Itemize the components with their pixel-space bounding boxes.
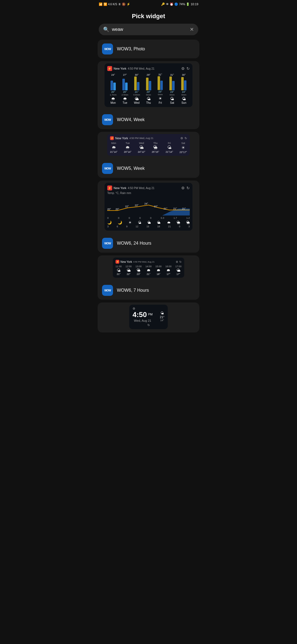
wow6-7-thunder-icon: ⚡ [116, 260, 119, 264]
page-title: Pick widget [95, 8, 202, 24]
wow6-7-header: ⚡ New York 4:50 PM Wed, Aug 21 ⚙ ↻ [116, 260, 182, 264]
svg-text:21°: 21° [164, 207, 167, 210]
search-bar[interactable]: 🔍 ✕ [99, 24, 198, 35]
search-input[interactable] [112, 27, 187, 32]
widget-wow6-7hours[interactable]: ⚡ New York 4:50 PM Wed, Aug 21 ⚙ ↻ 11:00… [98, 255, 199, 300]
wow4-header-icons[interactable]: ⚙ ↻ [180, 137, 187, 140]
wow6-24-hour-label: 6 [117, 225, 118, 228]
wow6-24-hour-label: 21 [168, 225, 171, 228]
wow4-header-left: ⚡ New York 4:50 PM Wed, Aug 21 [110, 136, 153, 140]
clock-display: 10:19 [191, 2, 198, 6]
widget-wow6-clock[interactable]: ⚙ 4:50 PM Wed, Aug 21 🌤 21° 14° ↻ [98, 302, 199, 332]
wow6-24-subtitle: Temp. °C, Rain mm [107, 192, 190, 195]
wow6-7-widget-preview: ⚡ New York 4:50 PM Wed, Aug 21 ⚙ ↻ 11:00… [113, 258, 184, 278]
wow4-settings-button[interactable]: ⚙ [180, 137, 183, 140]
widget-wow3-photo[interactable]: WOW WOW3, Photo [98, 40, 199, 58]
wow6-7-location: New York [120, 260, 132, 263]
wow6-7-hour-item: 13:00 🌦 23° [135, 265, 142, 275]
wow6-clock-left: 4:50 PM Wed, Aug 21 [133, 310, 153, 322]
wow3-refresh-button[interactable]: ↻ [186, 66, 190, 71]
wow6-24-weather-icon: 🌙 [107, 220, 112, 225]
wow3-preview-header: ⚡ New York 4:50 PM Wed, Aug 21 ⚙ ↻ [107, 66, 190, 71]
wow6-7-hour-item: 15:00 🌧 18° [155, 265, 162, 275]
wow6-24-weather-icon: 🌤 [138, 220, 141, 225]
wow4-location: New York [115, 137, 128, 140]
wow6-24-hour-label: 0 [179, 225, 180, 228]
wow6-24-rain-value: 1.2 [186, 217, 190, 219]
wow6-7-settings-button[interactable]: ⚙ [176, 260, 178, 263]
wow6-24-hour-label: 15 [146, 225, 149, 228]
wow6-24-rain-value: 0.3 [161, 217, 164, 219]
svg-text:20°: 20° [107, 208, 111, 211]
wow3-day-wed: 30° 21° 0.9mm 🌥 Wed [131, 73, 143, 104]
wow6-clock-main-row: 4:50 PM Wed, Aug 21 🌤 21° 14° [133, 310, 164, 322]
wow6-7-refresh-button[interactable]: ↻ [179, 260, 182, 263]
widget-wow5-week[interactable]: ⚡ New York 4:50 PM Wed, Aug 21 ⚙ ↻ Mon 🌧… [98, 132, 199, 178]
clear-search-button[interactable]: ✕ [190, 26, 194, 32]
wow5-preview-container: ⚡ New York 4:50 PM Wed, Aug 21 ⚙ ↻ Mon 🌧… [98, 132, 199, 159]
wow4-time: 4:50 PM Wed, Aug 21 [129, 137, 153, 140]
wow6-24-hour-label: 3 [188, 225, 190, 228]
wow6-clock-right: 🌤 21° 14° [160, 311, 164, 322]
wow4-day-fri: Fri 🌤 21°14° [166, 142, 173, 154]
wow4-refresh-button[interactable]: ↻ [185, 137, 187, 140]
wow6-24-widget-name: WOW6, 24 Hours [117, 241, 151, 246]
wow6-24-location: New York [114, 186, 126, 190]
wow4-day-sat: Sat ☀ 23°17° [180, 142, 187, 154]
wow6-24-weather-icon: 🌥 [147, 220, 151, 225]
bolt-icon: ⚡ [127, 2, 130, 6]
wow6-24-hour-label: 9 [126, 225, 128, 228]
wow6-24-rain-value: 0 [150, 217, 152, 219]
wow6-24-icons-row: 🌙🌙☀🌤🌥🌥🌧🌦🌦 [107, 220, 190, 225]
wow3-day-thu: 29° 23° 0mm 🌤 Thu [143, 73, 155, 104]
wow6-24-weather-icon: 🌧 [167, 220, 170, 225]
wow6-24-weather-icon: ☀ [128, 220, 132, 225]
wow6-24-weather-icon: 🌙 [118, 220, 122, 225]
eye-icon: 👁 [166, 2, 169, 6]
status-text: 4.6 K/S [108, 3, 117, 6]
wow6-7-widget-name: WOW6, 7 Hours [117, 288, 149, 293]
wow6-7-header-icons[interactable]: ⚙ ↻ [176, 260, 182, 263]
wow6-clock-refresh-icon[interactable]: ↻ [133, 323, 164, 327]
wow6-clock-time-display: 4:50 PM [133, 310, 153, 319]
wow6-24-chart-svg: 20° 20° 22° 23° 24° 22° 21° 21° 21° [107, 196, 190, 215]
wow6-clock-time: 4:50 [133, 310, 147, 319]
widget-wow4-week[interactable]: ⚡ New York 4:50 PM Wed, Aug 21 ⚙ ↻ 24° 2… [98, 61, 199, 129]
wow6-24-rain-row: 000000.31.71.2 [107, 217, 190, 219]
wow3-day-fri: 31° 23° 0mm ☀ Fri [154, 73, 166, 104]
wow6-24-hour-label: 18 [157, 225, 160, 228]
wow6-24-rain-value: 1.7 [174, 217, 177, 219]
svg-text:21°: 21° [182, 207, 186, 210]
wow3-app-icon: WOW [102, 43, 113, 54]
search-icon: 🔍 [103, 26, 109, 32]
wow4-app-icon: WOW [102, 114, 113, 125]
wow6-24-header: ⚡ New York 4:50 PM Wed, Aug 21 ⚙ ↻ [107, 185, 190, 190]
key-icon: 🔑 [161, 2, 165, 6]
wow3-header-left: ⚡ New York 4:50 PM Wed, Aug 21 [107, 66, 155, 71]
wow3-settings-button[interactable]: ⚙ [181, 66, 185, 71]
svg-text:23°: 23° [135, 204, 139, 207]
wow6-7-preview-container: ⚡ New York 4:50 PM Wed, Aug 21 ⚙ ↻ 11:00… [98, 255, 199, 281]
widget-wow6-24hours[interactable]: ⚡ New York 4:50 PM Wed, Aug 21 ⚙ ↻ Temp.… [98, 181, 199, 253]
wow4-widget-name: WOW4, Week [117, 117, 145, 122]
wow6-7-hour-item: 12:00 🌥 22° [125, 265, 132, 275]
wow6-24-header-icons[interactable]: ⚙ ↻ [181, 186, 190, 190]
wow6-24-preview-container: ⚡ New York 4:50 PM Wed, Aug 21 ⚙ ↻ Temp.… [98, 181, 199, 234]
battery-text: 74% [179, 2, 185, 6]
signal-icon: 📶 [99, 2, 103, 6]
wow6-24-weather-icon: 🌦 [186, 220, 190, 225]
wow5-week-preview: ⚡ New York 4:50 PM Wed, Aug 21 ⚙ ↻ Mon 🌧… [107, 134, 190, 156]
wow6-24-hour-label: 3 [107, 225, 109, 228]
wow3-header-icons[interactable]: ⚙ ↻ [181, 66, 190, 71]
wow6-24-rain-value: 0 [139, 217, 141, 219]
wow6-24-settings-button[interactable]: ⚙ [181, 186, 185, 190]
mute-icon: 🔕 [122, 2, 126, 6]
pause-icon: ⏸ [118, 2, 121, 6]
svg-text:21°: 21° [173, 207, 177, 210]
wow3-day-sun: 30° 24° 0mm 🌤 Sun [178, 73, 190, 104]
widget-label-row-wow6-7: WOW WOW6, 7 Hours [98, 281, 199, 300]
wow6-clock-ampm: PM [148, 313, 153, 316]
wow6-24-refresh-button[interactable]: ↻ [186, 186, 190, 190]
wow4-preview-container: ⚡ New York 4:50 PM Wed, Aug 21 ⚙ ↻ 24° 2… [98, 61, 199, 110]
wow3-time: 4:50 PM Wed, Aug 21 [128, 67, 154, 70]
